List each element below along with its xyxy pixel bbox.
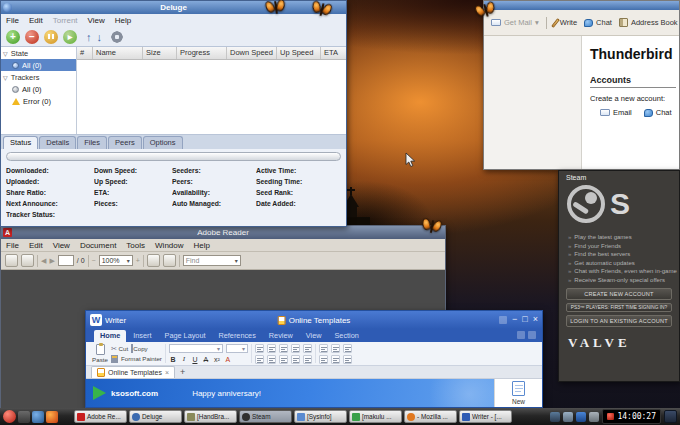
steam-titlebar[interactable]: Steam (559, 171, 679, 181)
menu-window[interactable]: Window (150, 241, 188, 250)
taskbar-task-writer[interactable]: Writer - [... (459, 410, 512, 423)
column-eta[interactable]: ETA (321, 47, 346, 59)
zoom-select[interactable]: 100% ▾ (99, 255, 133, 266)
font-name-select[interactable]: ▾ (169, 344, 223, 353)
format-painter-button[interactable]: Format Painter (111, 355, 162, 363)
skin-icon[interactable] (499, 316, 507, 324)
address-book-button[interactable]: Address Book (619, 18, 678, 27)
align-center-icon[interactable] (267, 355, 276, 364)
styles-icon[interactable] (343, 344, 352, 353)
queue-down-button[interactable]: ↓ (97, 31, 103, 43)
tab-files[interactable]: Files (77, 136, 107, 149)
underline-button[interactable]: U (191, 356, 199, 363)
tray-icon-1[interactable] (550, 412, 560, 422)
menu-document[interactable]: Document (75, 241, 121, 250)
new-tab-button[interactable]: + (180, 366, 185, 378)
align-right-icon[interactable] (279, 355, 288, 364)
taskbar-clock[interactable]: 14:00:27 (602, 409, 661, 424)
numbered-list-icon[interactable] (267, 344, 276, 353)
column-up-speed[interactable]: Up Speed (277, 47, 321, 59)
login-button[interactable]: LOGIN TO AN EXISTING ACCOUNT (566, 315, 672, 327)
adobe-titlebar[interactable]: A Adobe Reader (1, 226, 445, 239)
menu-file[interactable]: File (1, 241, 24, 250)
styles-icon[interactable] (331, 344, 340, 353)
preferences-gear-icon[interactable] (111, 31, 123, 43)
launcher-icon-1[interactable] (18, 411, 30, 423)
taskbar-task-handbrake[interactable]: [HandBra... (184, 410, 237, 423)
email-account-link[interactable]: Email (600, 108, 632, 117)
help-icon[interactable] (528, 331, 536, 339)
tab-page-layout[interactable]: Page Layout (159, 330, 212, 342)
copy-button[interactable]: Copy (131, 345, 147, 352)
tray-icon-2[interactable] (563, 412, 573, 422)
collapse-ribbon-icon[interactable] (517, 331, 525, 339)
bold-button[interactable]: B (169, 356, 177, 363)
writer-titlebar[interactable]: W Writer Online Templates − □ × (86, 311, 542, 329)
select-tool-icon[interactable] (163, 254, 176, 267)
write-button[interactable]: Write (554, 18, 577, 28)
templates-banner[interactable]: ksosoft.com Happy anniversary! (86, 379, 494, 407)
line-spacing-icon[interactable] (303, 344, 312, 353)
menu-view[interactable]: View (83, 16, 110, 25)
taskbar-task-adobe[interactable]: Adobe Re... (74, 410, 127, 423)
previous-page-icon[interactable]: ◀ (41, 257, 46, 265)
launcher-icon-firefox[interactable] (46, 411, 58, 423)
cut-button[interactable]: ✂ Cut (111, 345, 128, 353)
tab-section[interactable]: Section (328, 330, 364, 342)
taskbar-task-deluge[interactable]: Deluge (129, 410, 182, 423)
close-tab-icon[interactable]: × (165, 369, 169, 376)
font-color-button[interactable]: A (224, 356, 232, 363)
shading-icon[interactable] (303, 355, 312, 364)
launcher-icon-2[interactable] (32, 411, 44, 423)
tracker-filter-error[interactable]: Error (0) (1, 95, 76, 107)
new-document-card[interactable]: New (494, 379, 542, 407)
find-input[interactable]: Find ▾ (183, 255, 241, 266)
find-icon[interactable] (319, 355, 328, 364)
tab-review[interactable]: Review (263, 330, 299, 342)
column-size[interactable]: Size (143, 47, 177, 59)
styles-icon[interactable] (319, 344, 328, 353)
column-number[interactable]: # (77, 47, 93, 59)
maximize-button[interactable]: □ (522, 313, 527, 326)
print-icon[interactable] (5, 254, 18, 267)
thunderbird-titlebar[interactable] (484, 1, 679, 10)
tray-icon-3[interactable] (576, 412, 586, 422)
menu-edit[interactable]: Edit (24, 16, 48, 25)
tab-home[interactable]: Home (94, 330, 126, 342)
column-progress[interactable]: Progress (177, 47, 227, 59)
column-down-speed[interactable]: Down Speed (227, 47, 277, 59)
minimize-button[interactable]: − (512, 313, 517, 326)
replace-icon[interactable] (331, 355, 340, 364)
remove-torrent-button[interactable]: − (25, 30, 39, 44)
align-left-icon[interactable] (255, 355, 264, 364)
font-size-select[interactable]: ▾ (226, 344, 248, 353)
resume-torrent-button[interactable]: ▶ (63, 30, 77, 44)
tab-peers[interactable]: Peers (108, 136, 142, 149)
pause-torrent-button[interactable] (44, 30, 58, 44)
rotate-view-icon[interactable] (147, 254, 160, 267)
justify-icon[interactable] (291, 355, 300, 364)
menu-view[interactable]: View (48, 241, 75, 250)
tab-references[interactable]: References (213, 330, 262, 342)
tab-status[interactable]: Status (3, 136, 38, 149)
increase-indent-icon[interactable] (291, 344, 300, 353)
add-torrent-button[interactable]: + (6, 30, 20, 44)
menu-file[interactable]: File (1, 16, 24, 25)
tab-options[interactable]: Options (143, 136, 183, 149)
state-section[interactable]: ▽ State (1, 47, 76, 59)
superscript-button[interactable]: x² (213, 356, 221, 363)
taskbar-task-firefox[interactable]: - Mozilla ... (404, 410, 457, 423)
get-mail-button[interactable]: Get Mail ▾ (491, 18, 539, 27)
torrent-list-body[interactable] (77, 60, 346, 134)
tab-view[interactable]: View (300, 330, 328, 342)
tab-details[interactable]: Details (39, 136, 76, 149)
menu-torrent[interactable]: Torrent (48, 16, 83, 25)
chat-button[interactable]: Chat (584, 18, 612, 27)
deluge-titlebar[interactable]: Deluge (1, 1, 346, 14)
queue-up-button[interactable]: ↑ (86, 31, 92, 43)
start-menu-button[interactable] (3, 410, 16, 423)
ps3-signin-button[interactable]: PS3™ PLAYERS: FIRST TIME SIGNING IN? (566, 303, 672, 312)
tab-insert[interactable]: Insert (127, 330, 157, 342)
bullet-list-icon[interactable] (255, 344, 264, 353)
column-name[interactable]: Name (93, 47, 143, 59)
